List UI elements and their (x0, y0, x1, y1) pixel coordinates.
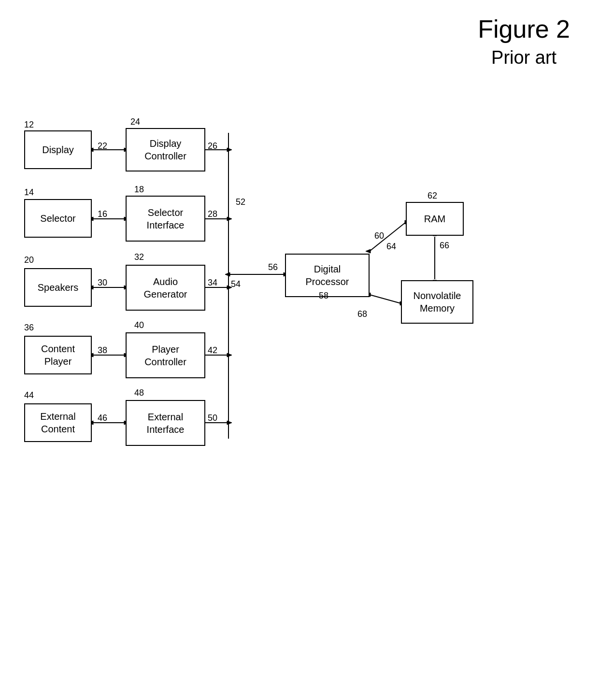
diagram-svg (14, 106, 585, 676)
label-62: 62 (428, 191, 437, 201)
label-46: 46 (98, 413, 107, 423)
label-36: 36 (24, 323, 34, 333)
label-14: 14 (24, 187, 34, 198)
label-54: 54 (231, 279, 241, 289)
label-52: 52 (236, 197, 245, 207)
svg-marker-20 (227, 353, 232, 357)
svg-marker-5 (227, 148, 232, 152)
label-64: 64 (386, 242, 396, 252)
label-56: 56 (268, 262, 278, 272)
box-nonvolatile-memory: NonvolatileMemory (401, 280, 473, 324)
box-audio-generator: AudioGenerator (126, 265, 205, 311)
label-26: 26 (208, 141, 217, 151)
label-24: 24 (130, 117, 140, 127)
box-player-controller: PlayerController (126, 332, 205, 378)
box-display-controller: DisplayController (126, 128, 205, 171)
label-34: 34 (208, 278, 217, 288)
box-speakers: Speakers (24, 268, 92, 307)
box-selector-interface: SelectorInterface (126, 196, 205, 242)
svg-marker-31 (366, 249, 371, 253)
label-60: 60 (374, 231, 384, 241)
svg-marker-25 (227, 421, 232, 425)
label-16: 16 (98, 209, 107, 219)
label-68: 68 (357, 309, 367, 319)
svg-line-32 (370, 295, 401, 303)
label-38: 38 (98, 345, 107, 356)
label-58: 58 (319, 291, 328, 301)
svg-marker-28 (225, 272, 230, 276)
label-44: 44 (24, 390, 34, 400)
box-display: Display (24, 130, 92, 169)
box-external-content: ExternalContent (24, 403, 92, 442)
diagram: 12 Display 24 DisplayController 22 26 14… (14, 106, 585, 676)
box-selector: Selector (24, 199, 92, 238)
label-30: 30 (98, 278, 107, 288)
label-22: 22 (98, 141, 107, 151)
svg-marker-10 (227, 217, 232, 221)
label-50: 50 (208, 413, 217, 423)
label-12: 12 (24, 120, 34, 130)
box-content-player: ContentPlayer (24, 336, 92, 374)
box-external-interface: ExternalInterface (126, 400, 205, 446)
label-40: 40 (134, 320, 144, 330)
figure-title: Figure 2 (478, 14, 570, 43)
figure-subtitle: Prior art (478, 47, 570, 68)
label-42: 42 (208, 345, 217, 356)
label-66: 66 (440, 241, 449, 251)
label-28: 28 (208, 209, 217, 219)
box-ram: RAM (406, 202, 464, 236)
label-18: 18 (134, 185, 144, 195)
label-20: 20 (24, 255, 34, 265)
label-32: 32 (134, 252, 144, 262)
label-48: 48 (134, 388, 144, 398)
